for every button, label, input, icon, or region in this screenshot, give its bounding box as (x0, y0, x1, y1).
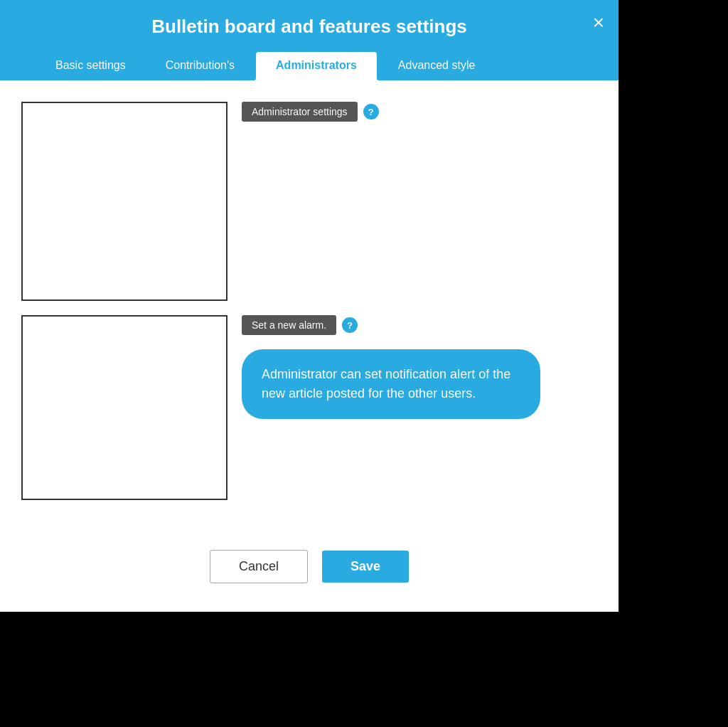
new-alarm-label-row: Set a new alarm. ? (242, 315, 358, 335)
admin-settings-label-area: Administrator settings ? (242, 102, 583, 122)
tooltip-bubble: Administrator can set notification alert… (242, 349, 540, 419)
modal-footer: Cancel Save (0, 529, 619, 612)
tab-contributions[interactable]: Contribution's (146, 52, 255, 79)
tabs-row: Basic settings Contribution's Administra… (36, 51, 583, 79)
cancel-button[interactable]: Cancel (210, 550, 308, 583)
new-alarm-label: Set a new alarm. (242, 315, 336, 335)
new-alarm-label-area: Set a new alarm. ? Administrator can set… (242, 315, 583, 419)
tab-administrators[interactable]: Administrators (255, 51, 378, 80)
admin-settings-label-row: Administrator settings ? (242, 102, 379, 122)
new-alarm-row: Set a new alarm. ? Administrator can set… (21, 315, 583, 500)
modal-body: Administrator settings ? Set a new alarm… (0, 79, 619, 529)
modal-title-row: Bulletin board and features settings × (36, 16, 583, 51)
tab-advanced-style[interactable]: Advanced style (378, 52, 496, 79)
admin-settings-box (21, 102, 228, 301)
admin-settings-row: Administrator settings ? (21, 102, 583, 301)
save-button[interactable]: Save (322, 551, 409, 583)
tab-basic-settings[interactable]: Basic settings (36, 52, 146, 79)
admin-settings-label: Administrator settings (242, 102, 358, 122)
modal: Bulletin board and features settings × B… (0, 0, 619, 612)
modal-header: Bulletin board and features settings × B… (0, 0, 619, 79)
modal-title: Bulletin board and features settings (36, 16, 583, 38)
new-alarm-box (21, 315, 228, 500)
close-button[interactable]: × (593, 13, 604, 33)
new-alarm-help-icon[interactable]: ? (342, 317, 358, 333)
admin-settings-help-icon[interactable]: ? (363, 104, 379, 120)
